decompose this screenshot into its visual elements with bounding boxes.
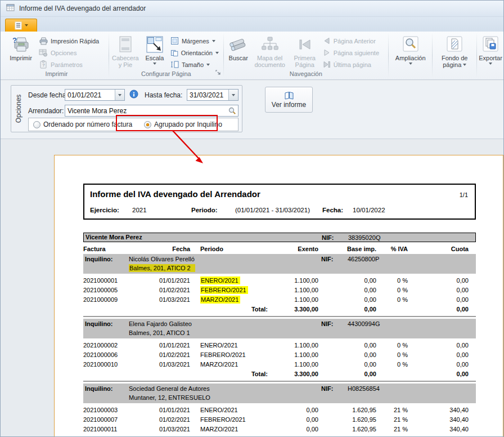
cell-factura: 2021000002 bbox=[83, 342, 145, 349]
total-exento: 3.300,00 bbox=[273, 371, 318, 377]
cabecera-y-pie-button[interactable]: Cabecera y Pie bbox=[110, 33, 141, 68]
mapa-label-1: Mapa del bbox=[257, 55, 282, 61]
cell-periodo-text: FEBRERO/2021 bbox=[200, 351, 246, 358]
group-label-imprimir: Imprimir bbox=[5, 70, 108, 79]
parameters-clipboard-icon: ? bbox=[39, 60, 48, 69]
zoom-magnifier-icon bbox=[402, 34, 419, 55]
invoice-row: 2021000005 01/02/2021 FEBRERO/2021 1.100… bbox=[83, 285, 476, 295]
invoice-row: 2021000009 01/03/2021 MARZO/2021 1.100,0… bbox=[83, 295, 476, 304]
group-total-row: Total: 3.300,00 0,00 0,00 bbox=[83, 304, 476, 314]
mapa-label-2: documento bbox=[254, 61, 285, 68]
group-separator-line bbox=[83, 381, 476, 382]
invoice-row: 2021000011 01/03/2021 MARZO/2021 0,00 1.… bbox=[83, 424, 476, 434]
cell-fecha: 01/02/2021 bbox=[145, 416, 190, 423]
tenant-address: Muntaner, 12, ENTRESUELO bbox=[129, 394, 210, 401]
pagina-anterior-button[interactable]: Página Anterior bbox=[321, 35, 387, 46]
orientacion-button[interactable]: Orientación bbox=[168, 47, 221, 58]
tamano-button[interactable]: Tamaño bbox=[168, 59, 221, 70]
invoice-row: 2021000010 01/03/2021 MARZO/2021 1.100,0… bbox=[83, 359, 476, 369]
cell-cuota: 0,00 bbox=[408, 351, 469, 358]
cell-factura: 2021000007 bbox=[83, 416, 145, 423]
ejercicio-value: 2021 bbox=[132, 207, 147, 213]
ampliacion-caret-icon bbox=[409, 63, 412, 65]
tenant-nif-label: NIF: bbox=[321, 384, 333, 393]
ultima-pagina-button[interactable]: Última página bbox=[321, 59, 387, 70]
report-book-icon bbox=[284, 91, 294, 100]
cell-base: 1.620,95 bbox=[318, 407, 376, 413]
window-icon bbox=[6, 3, 15, 14]
previous-page-icon bbox=[323, 37, 331, 44]
annotation-arrow bbox=[167, 131, 214, 172]
group-separator bbox=[109, 33, 109, 78]
hasta-fecha-input[interactable]: 31/03/2021 bbox=[187, 89, 238, 101]
mapa-documento-button[interactable]: Mapa del documento bbox=[253, 33, 287, 68]
col-exento: Exento bbox=[273, 246, 318, 252]
primera-pagina-button[interactable]: Primera Página bbox=[289, 33, 321, 68]
periodo-value: (01/01/2021 - 31/03/2021) bbox=[235, 207, 310, 213]
filter-zone: Opciones Desde fecha: 01/01/2021 Hasta f… bbox=[1, 81, 503, 139]
report-title: Informe del IVA devengado del Arrendador bbox=[90, 189, 260, 199]
cell-iva: 21 % bbox=[376, 426, 408, 432]
opciones-button[interactable]: Opciones bbox=[37, 47, 105, 58]
group-separator bbox=[432, 33, 433, 78]
page-background-icon bbox=[446, 34, 463, 55]
ultima-pagina-label: Última página bbox=[334, 61, 371, 68]
tenant-bar: Inquilino: Elena Fajardo Galisteo NIF: 4… bbox=[83, 319, 476, 338]
cell-iva: 21 % bbox=[376, 407, 408, 413]
fecha-label: Fecha: bbox=[322, 207, 343, 213]
group-label-fondo bbox=[433, 70, 476, 79]
opciones-label: Opciones bbox=[51, 50, 76, 56]
impresion-rapida-button[interactable]: Impresión Rápida bbox=[37, 35, 105, 46]
col-factura: Factura bbox=[83, 246, 145, 252]
group-configurar-pagina: Cabecera y Pie Escala Márgenes Orienta bbox=[110, 32, 223, 79]
exportar-button[interactable]: Exportar bbox=[478, 33, 503, 65]
ver-informe-button[interactable]: Ver informe bbox=[265, 87, 313, 113]
imprimir-button[interactable]: ? Imprimir bbox=[5, 33, 37, 61]
cell-periodo-text: ENERO/2021 bbox=[200, 277, 240, 284]
tenant-nif-value: 44300994G bbox=[348, 319, 380, 328]
configurar-pagina-dialog-launcher-icon[interactable] bbox=[215, 69, 221, 78]
landlord-nif-value: 38395020Q bbox=[348, 234, 381, 242]
buscar-button[interactable]: Buscar bbox=[224, 33, 253, 61]
info-icon[interactable] bbox=[129, 90, 138, 101]
total-cuota: 1.021,20 bbox=[408, 435, 469, 437]
pagina-siguiente-button[interactable]: Página siguiente bbox=[321, 47, 387, 58]
fecha-value: 10/01/2022 bbox=[353, 207, 385, 213]
total-exento: 0,00 bbox=[273, 435, 318, 437]
desde-fecha-input[interactable]: 01/01/2021 bbox=[65, 89, 125, 101]
report-preview-area[interactable]: Informe del IVA devengado del Arrendador… bbox=[1, 140, 503, 437]
dropdown-caret-icon bbox=[118, 94, 122, 96]
tenant-name: Nicolás Olivares Perelló bbox=[129, 255, 195, 264]
annotation-highlight-rectangle bbox=[116, 115, 218, 131]
application-menu-tab[interactable] bbox=[5, 19, 37, 32]
arrendador-label: Arrendador: bbox=[28, 107, 64, 115]
cell-periodo-text: MARZO/2021 bbox=[200, 361, 238, 368]
cell-exento: 1.100,00 bbox=[273, 342, 318, 349]
radio-ordenado-control[interactable] bbox=[33, 121, 40, 128]
group-label-ampliacion bbox=[389, 70, 432, 79]
cell-cuota: 0,00 bbox=[408, 342, 469, 349]
tamano-label: Tamaño bbox=[182, 61, 204, 68]
escala-label: Escala bbox=[145, 55, 164, 61]
group-rows: 2021000001 01/01/2021 ENERO/2021 1.100,0… bbox=[83, 275, 476, 304]
fondo-pagina-button[interactable]: Fondo de página bbox=[434, 33, 475, 68]
hasta-fecha-dropdown-button[interactable] bbox=[228, 90, 238, 100]
cell-iva: 0 % bbox=[376, 351, 408, 358]
escala-button[interactable]: Escala bbox=[141, 33, 168, 65]
invoice-row: 2021000002 01/01/2021 ENERO/2021 1.100,0… bbox=[83, 340, 476, 350]
tamano-caret-icon bbox=[206, 64, 210, 66]
tenant-group: Inquilino: Nicolás Olivares Perelló NIF:… bbox=[83, 254, 476, 317]
export-icon bbox=[482, 34, 499, 55]
binoculars-icon bbox=[228, 34, 249, 55]
parametros-button[interactable]: ? Parámetros bbox=[37, 59, 105, 70]
tenant-name: Sociedad General de Autores bbox=[129, 384, 210, 393]
printer-icon: ? bbox=[12, 34, 30, 55]
tenant-address: Balmes, 201, ATICO 2 bbox=[129, 264, 195, 272]
tenant-row-label: Inquilino: bbox=[85, 384, 112, 393]
desde-fecha-dropdown-button[interactable] bbox=[115, 90, 124, 100]
arrendador-search-icon[interactable] bbox=[228, 105, 238, 116]
cell-cuota: 0,00 bbox=[408, 287, 469, 293]
margenes-button[interactable]: Márgenes bbox=[168, 35, 221, 46]
ampliacion-button[interactable]: Ampliación bbox=[391, 33, 430, 65]
fondo-label-1: Fondo de bbox=[442, 55, 467, 61]
